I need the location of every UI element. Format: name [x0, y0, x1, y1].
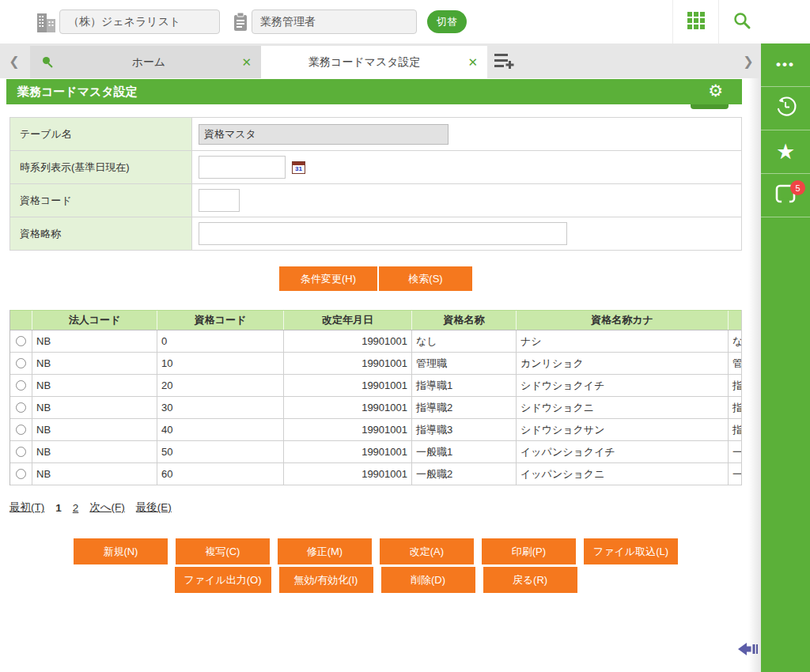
history-icon [774, 95, 797, 122]
sidebar-history-button[interactable] [761, 87, 810, 130]
base-date-input[interactable] [199, 156, 286, 179]
cell-code: 30 [157, 397, 284, 418]
apps-grid-button[interactable] [672, 0, 718, 43]
cell-date: 19901001 [284, 330, 412, 352]
cell-date: 19901001 [284, 353, 412, 374]
row-radio[interactable] [16, 358, 26, 368]
file-import-button[interactable]: ファイル取込(L) [584, 538, 678, 564]
copy-button[interactable]: 複写(C) [176, 538, 270, 564]
new-button[interactable]: 新規(N) [74, 538, 168, 564]
cell-name: 一般職2 [412, 463, 517, 485]
star-icon: ★ [776, 142, 795, 163]
row-radio[interactable] [16, 469, 26, 479]
page-title-bar: 業務コードマスタ設定 ⚙ [6, 79, 742, 104]
cell-name: 指導職3 [412, 419, 517, 440]
file-export-button[interactable]: ファイル出力(O) [175, 567, 271, 593]
revise-button[interactable]: 改定(A) [380, 538, 474, 564]
table-row[interactable]: NB 0 19901001 なし ナシ な [10, 330, 741, 353]
switch-button[interactable]: 切替 [427, 10, 467, 33]
cell-kana: カンリショク [517, 353, 729, 374]
page-title: 業務コードマスタ設定 [17, 85, 138, 100]
cell-corp: NB [32, 330, 157, 352]
print-button[interactable]: 印刷(P) [482, 538, 576, 564]
cell-name: 指導職2 [412, 397, 517, 418]
tab-home-label: ホーム [55, 55, 241, 70]
calendar-icon[interactable]: 31 [292, 161, 305, 174]
cell-code: 50 [157, 441, 284, 462]
change-condition-button[interactable]: 条件変更(H) [279, 266, 377, 291]
cell-kana: イッパンショクイチ [517, 441, 729, 462]
form-row-qualification-code: 資格コード [10, 184, 741, 217]
cell-kana: シドウショクサン [517, 419, 729, 440]
pagination: 最初(T) 1 2 次へ(F) 最後(E) [9, 500, 172, 515]
pagination-page-2-link[interactable]: 2 [73, 502, 79, 514]
search-button[interactable] [718, 0, 764, 43]
qualification-abbr-label: 資格略称 [10, 217, 192, 250]
pagination-first-link[interactable]: 最初(T) [9, 500, 44, 515]
row-radio[interactable] [16, 380, 26, 391]
table-row[interactable]: NB 60 19901001 一般職2 イッパンショクニ 一 [10, 463, 741, 485]
back-button[interactable]: 戻る(R) [483, 567, 577, 593]
header-revision-date: 改定年月日 [284, 311, 412, 330]
tab-active-close-icon[interactable]: ✕ [467, 55, 478, 70]
cell-name: 指導職1 [412, 375, 517, 396]
sidebar-notifications-button[interactable]: 5 [761, 174, 810, 217]
cell-clipped: な [729, 330, 741, 352]
table-row[interactable]: NB 30 19901001 指導職2 シドウショクニ 指 [10, 397, 741, 419]
row-radio[interactable] [16, 447, 26, 457]
cell-clipped: 指 [729, 419, 741, 440]
table-row[interactable]: NB 20 19901001 指導職1 シドウショクイチ 指 [10, 375, 741, 397]
header-select [10, 311, 32, 330]
sidebar-more-button[interactable]: ••• [761, 43, 810, 87]
cell-corp: NB [32, 441, 157, 462]
table-row[interactable]: NB 10 19901001 管理職 カンリショク 管 [10, 353, 741, 375]
cell-corp: NB [32, 463, 157, 485]
cell-clipped: 一 [729, 441, 741, 462]
cell-kana: シドウショクニ [517, 397, 729, 418]
cell-code: 60 [157, 463, 284, 485]
qualification-code-label: 資格コード [10, 184, 192, 217]
pagination-next-link[interactable]: 次へ(F) [89, 500, 125, 515]
settings-notch [691, 104, 729, 109]
tab-scroll-left-button[interactable]: ❮ [0, 43, 28, 78]
action-button-row-2: ファイル出力(O) 無効/有効化(I) 削除(D) 戻る(R) [9, 567, 742, 593]
disable-enable-button[interactable]: 無効/有効化(I) [279, 567, 373, 593]
tab-bar: ❮ ホーム ✕ 業務コードマスタ設定 ✕ [0, 43, 761, 78]
cell-kana: ナシ [517, 330, 729, 352]
header-qualification-kana: 資格名称カナ [517, 311, 729, 330]
search-submit-button[interactable]: 検索(S) [379, 266, 472, 291]
header-corp-code: 法人コード [32, 311, 157, 330]
top-header: 切替 [0, 0, 761, 43]
cell-corp: NB [32, 353, 157, 374]
cell-date: 19901001 [284, 463, 412, 485]
row-radio[interactable] [16, 402, 26, 413]
add-tab-button[interactable] [494, 51, 514, 74]
tab-scroll-right-button[interactable]: ❯ [736, 43, 761, 78]
pagination-last-link[interactable]: 最後(E) [136, 500, 172, 515]
table-row[interactable]: NB 50 19901001 一般職1 イッパンショクイチ 一 [10, 441, 741, 463]
cell-date: 19901001 [284, 375, 412, 396]
tab-home-close-icon[interactable]: ✕ [241, 55, 252, 70]
apps-grid-icon [687, 11, 706, 33]
cell-name: 一般職1 [412, 441, 517, 462]
search-icon [732, 11, 751, 33]
cell-date: 19901001 [284, 441, 412, 462]
delete-button[interactable]: 削除(D) [381, 567, 475, 593]
qualification-code-input[interactable] [199, 189, 240, 212]
tab-business-code-master[interactable]: 業務コードマスタ設定 ✕ [261, 46, 487, 78]
table-row[interactable]: NB 40 19901001 指導職3 シドウショクサン 指 [10, 419, 741, 441]
qualification-abbr-input[interactable] [199, 222, 567, 245]
app-window: 切替 ❮ ホーム ✕ [0, 0, 810, 672]
cell-code: 20 [157, 375, 284, 396]
cell-clipped: 一 [729, 463, 741, 485]
gear-icon[interactable]: ⚙ [708, 81, 723, 100]
role-input[interactable] [252, 9, 417, 34]
row-radio[interactable] [16, 425, 26, 435]
tab-home[interactable]: ホーム ✕ [30, 46, 261, 78]
modify-button[interactable]: 修正(M) [278, 538, 372, 564]
cell-kana: シドウショクイチ [517, 375, 729, 396]
scroll-left-arrow-icon[interactable] [738, 642, 759, 659]
sidebar-favorites-button[interactable]: ★ [761, 130, 810, 174]
company-input[interactable] [59, 9, 220, 34]
row-radio[interactable] [16, 336, 26, 346]
